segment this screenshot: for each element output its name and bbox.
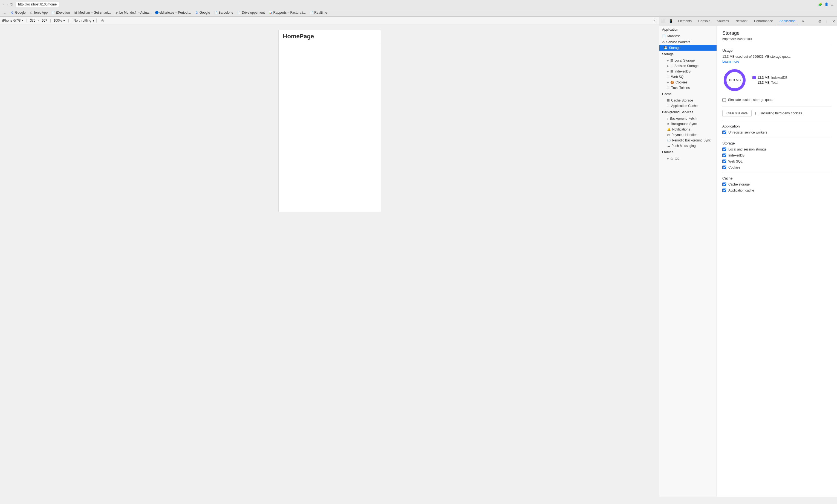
periodic-sync-icon: 🕐	[667, 139, 671, 142]
donut-center-label: 13.3 MB	[729, 78, 741, 82]
sidebar-notifications-label: Notifications	[672, 127, 690, 131]
legend-label-indexeddb: IndexedDB	[771, 76, 787, 79]
browser-back-icon[interactable]: ‹	[3, 2, 5, 6]
page-content: HomePage	[0, 24, 659, 497]
push-messaging-icon: ☁	[667, 144, 670, 148]
bookmark-medium[interactable]: M Medium – Get smart...	[72, 10, 112, 15]
responsive-icon[interactable]: 📱	[667, 18, 675, 24]
devtools-more-icon[interactable]: ⋮	[823, 18, 831, 25]
clear-storage-header: Storage	[722, 141, 832, 145]
tab-performance[interactable]: Performance	[751, 18, 776, 25]
storage-title: Storage	[722, 30, 832, 36]
sidebar-item-storage[interactable]: 💾 Storage	[659, 45, 716, 51]
sidebar-item-background-sync[interactable]: ↺ Background Sync	[659, 121, 716, 127]
sidebar-item-push-messaging[interactable]: ☁ Push Messaging	[659, 143, 716, 148]
url-bar[interactable]: http://localhost:8100/home	[16, 2, 59, 7]
sensors-icon[interactable]: ⊗	[101, 18, 104, 23]
sidebar-item-local-storage[interactable]: ▶ ☰ Local Storage	[659, 58, 716, 63]
sidebar-item-background-fetch[interactable]: ↕ Background Fetch	[659, 116, 716, 121]
browser-refresh-icon[interactable]: ↻	[10, 2, 13, 6]
sidebar-item-application-cache[interactable]: ☰ Application Cache	[659, 103, 716, 109]
device-selector[interactable]: iPhone 6/7/8 ▼	[2, 19, 23, 22]
sidebar-push-messaging-label: Push Messaging	[672, 144, 696, 148]
bookmark-lemonde[interactable]: 🗞 Le Monde.fr – Actua...	[113, 10, 153, 15]
devtools-close-icon[interactable]: ✕	[831, 18, 837, 25]
sidebar-item-trust-tokens[interactable]: ☰ Trust Tokens	[659, 85, 716, 91]
devtools-panel: ⬜ 📱 Elements Console Sources Network Per…	[659, 17, 837, 497]
device-toolbar: iPhone 6/7/8 ▼ | 375 × 667 | 100% ▼ | No…	[0, 17, 659, 24]
simulate-quota-checkbox[interactable]	[722, 98, 726, 102]
bookmarks-bar: ... G Google ⬡ Ionic App 📄 iDevotion M M…	[0, 9, 837, 16]
sidebar-item-service-workers[interactable]: ⚙ Service Workers	[659, 39, 716, 45]
sidebar-item-indexeddb[interactable]: ▶ ☰ IndexedDB	[659, 69, 716, 74]
application-cache-label: Application cache	[728, 188, 754, 192]
web-sql-checkbox[interactable]	[722, 160, 726, 163]
bookmark-rapports[interactable]: 📊 Rapports – Facturati...	[267, 10, 307, 15]
viewport-height[interactable]: 667	[41, 19, 47, 22]
throttle-selector[interactable]: No throttling ▼	[72, 18, 96, 23]
sidebar-item-periodic-sync[interactable]: 🕐 Periodic Background Sync	[659, 138, 716, 143]
including-cookies-checkbox[interactable]	[755, 112, 759, 115]
bookmark-ellipsis[interactable]: ...	[2, 10, 8, 15]
local-session-label: Local and session storage	[728, 147, 766, 151]
sidebar-item-top-frame[interactable]: ▶ 🗂 top	[659, 156, 716, 161]
mobile-title-bar: HomePage	[279, 30, 381, 43]
tab-elements[interactable]: Elements	[675, 18, 695, 25]
tab-sources[interactable]: Sources	[714, 18, 732, 25]
unregister-sw-label: Unregister service workers	[728, 130, 767, 134]
learn-more-link[interactable]: Learn more	[722, 60, 832, 64]
devtools-sidebar: Application 📄 Manifest ⚙ Service Workers…	[659, 26, 717, 497]
tab-more[interactable]: »	[799, 18, 807, 25]
application-cache-icon: ☰	[667, 104, 670, 108]
application-cache-row: Application cache	[722, 188, 832, 192]
tab-application[interactable]: Application	[776, 18, 799, 25]
bookmark-idevotion[interactable]: 📄 iDevotion	[50, 10, 71, 15]
sidebar-item-cookies[interactable]: ▶ 🍪 Cookies	[659, 79, 716, 85]
sidebar-item-web-sql[interactable]: ☰ Web SQL	[659, 74, 716, 79]
application-cache-checkbox[interactable]	[722, 188, 726, 192]
tab-console[interactable]: Console	[695, 18, 714, 25]
viewport-width[interactable]: 375	[30, 19, 35, 22]
viewport-x: ×	[37, 19, 39, 22]
local-session-checkbox[interactable]	[722, 147, 726, 151]
sidebar-item-payment-handler[interactable]: 🗂 Payment Handler	[659, 132, 716, 138]
bookmark-developpement[interactable]: 📄 Développement	[235, 10, 266, 15]
cache-storage-checkbox[interactable]	[722, 182, 726, 186]
unregister-sw-checkbox[interactable]	[722, 130, 726, 134]
zoom-level: 100%	[54, 19, 62, 22]
inspect-element-icon[interactable]: ⬜	[659, 18, 667, 24]
sidebar-item-session-storage[interactable]: ▶ ☰ Session Storage	[659, 63, 716, 69]
indexeddb-row: IndexedDB	[722, 154, 832, 157]
browser-forward-icon[interactable]: ›	[7, 2, 8, 6]
total-value: 13.3 MB	[758, 81, 770, 85]
usage-header: Usage	[722, 49, 832, 53]
cookies-checkbox[interactable]	[722, 165, 726, 169]
indexeddb-icon: ☰	[670, 70, 673, 73]
menu-icon[interactable]: ☰	[831, 2, 834, 6]
sidebar-item-cache-storage[interactable]: ☰ Cache Storage	[659, 98, 716, 103]
bookmark-barcelone[interactable]: 📄 Barcelone	[212, 10, 235, 15]
devtools-settings-icon[interactable]: ⚙	[817, 18, 823, 25]
cookies-label: Cookies	[728, 165, 740, 169]
indexeddb-checkbox[interactable]	[722, 154, 726, 157]
cache-storage-row: Cache storage	[722, 182, 832, 186]
bookmark-realtime[interactable]: 📄 Realtime	[308, 10, 329, 15]
including-row: including third-party cookies	[755, 111, 802, 115]
more-options-icon[interactable]: ⋮	[653, 18, 657, 23]
profile-icon[interactable]: 👤	[824, 2, 829, 6]
sidebar-section-application: Application	[659, 26, 716, 33]
bookmark-google2[interactable]: G Google	[193, 10, 212, 15]
zoom-selector[interactable]: 100% ▼	[54, 19, 66, 22]
sidebar-item-manifest[interactable]: 📄 Manifest	[659, 33, 716, 39]
clear-site-data-button[interactable]: Clear site data	[722, 110, 752, 117]
sidebar-application-cache-label: Application Cache	[671, 104, 698, 108]
cache-storage-label: Cache storage	[728, 182, 750, 186]
sidebar-item-notifications[interactable]: 🔔 Notifications	[659, 127, 716, 132]
bookmark-google[interactable]: G Google	[9, 10, 28, 15]
simulate-row: Simulate custom storage quota	[722, 98, 832, 102]
tab-network[interactable]: Network	[732, 18, 751, 25]
legend-indexeddb: 13.3 MB IndexedDB	[752, 76, 787, 79]
bookmark-ionic[interactable]: ⬡ Ionic App	[28, 10, 49, 15]
extensions-icon[interactable]: 🧩	[818, 2, 822, 6]
bookmark-eldiario[interactable]: eldiario.es – Periodi...	[154, 10, 192, 15]
